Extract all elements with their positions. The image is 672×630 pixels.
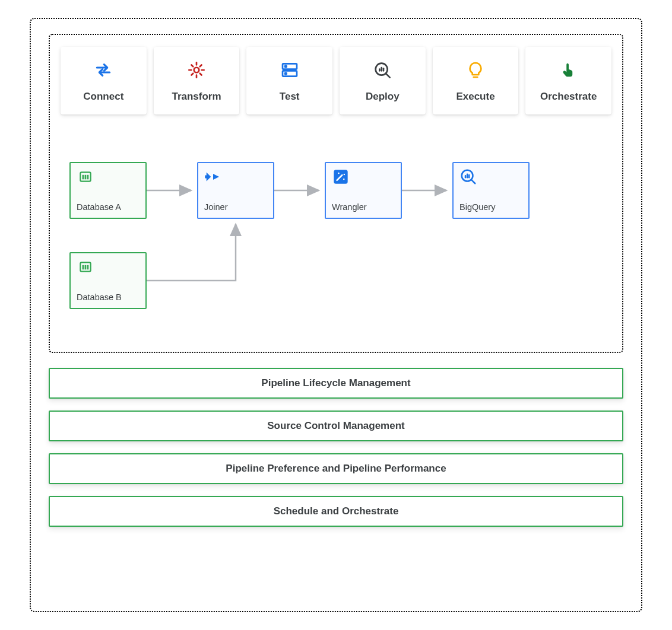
svg-point-29 — [338, 173, 340, 174]
gear-icon — [186, 60, 207, 80]
stage-card-connect: Connect — [61, 47, 147, 114]
wand-icon — [332, 168, 350, 186]
node-joiner: Joiner — [197, 162, 274, 219]
svg-line-33 — [472, 180, 476, 184]
svg-point-3 — [285, 66, 287, 68]
outer-container: Connect Transform — [30, 18, 642, 612]
svg-point-30 — [344, 174, 345, 176]
touch-icon — [559, 60, 579, 80]
node-wrangler: Wrangler — [325, 162, 402, 219]
svg-rect-19 — [83, 265, 84, 270]
svg-point-4 — [285, 73, 287, 75]
stage-label: Execute — [456, 91, 495, 103]
stage-card-transform: Transform — [154, 47, 240, 114]
stage-label: Transform — [172, 91, 221, 103]
stage-cards: Connect Transform — [61, 47, 611, 114]
node-label: Database B — [77, 292, 140, 302]
bar-schedule: Schedule and Orchestrate — [49, 496, 623, 527]
server-icon — [280, 60, 300, 80]
swap-arrows-icon — [93, 60, 113, 80]
node-bigquery: BigQuery — [452, 162, 530, 219]
stage-card-orchestrate: Orchestrate — [525, 47, 611, 114]
svg-rect-21 — [87, 265, 89, 270]
node-label: Database A — [77, 202, 140, 212]
svg-rect-17 — [87, 175, 89, 180]
analytics-search-icon — [372, 60, 392, 80]
capability-bars: Pipeline Lifecycle Management Source Con… — [49, 368, 623, 527]
stage-label: Deploy — [366, 91, 400, 103]
svg-rect-16 — [85, 175, 87, 180]
node-label: BigQuery — [459, 202, 522, 212]
stage-label: Test — [280, 91, 300, 103]
stage-label: Connect — [83, 91, 123, 103]
bigquery-icon — [459, 168, 477, 186]
database-icon — [77, 168, 94, 186]
stage-card-deploy: Deploy — [340, 47, 426, 114]
pipeline-panel: Connect Transform — [49, 34, 623, 353]
svg-line-6 — [386, 74, 390, 78]
svg-point-0 — [194, 68, 199, 73]
node-database-b: Database B — [69, 252, 147, 309]
database-icon — [77, 258, 94, 276]
svg-point-31 — [343, 179, 345, 180]
bulb-icon — [465, 60, 486, 80]
pipeline-flow: Database A Database B Joiner — [66, 162, 611, 328]
node-database-a: Database A — [69, 162, 147, 219]
svg-rect-15 — [83, 175, 84, 180]
svg-rect-20 — [85, 265, 87, 270]
bar-performance: Pipeline Preference and Pipeline Perform… — [49, 453, 623, 484]
stage-card-test: Test — [246, 47, 332, 114]
bar-lifecycle: Pipeline Lifecycle Management — [49, 368, 623, 399]
stage-card-execute: Execute — [433, 47, 519, 114]
bar-source-ctrl: Source Control Management — [49, 411, 623, 441]
merge-icon — [204, 168, 222, 186]
stage-label: Orchestrate — [540, 91, 597, 103]
node-label: Wrangler — [332, 202, 395, 212]
node-label: Joiner — [204, 202, 267, 212]
